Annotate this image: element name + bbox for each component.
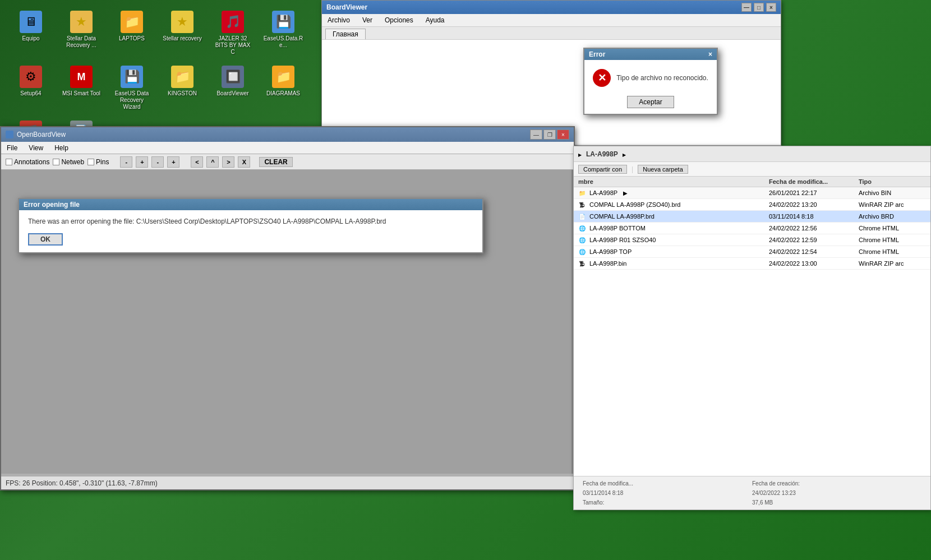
nav-next-btn[interactable]: > [222, 156, 234, 168]
openbv-annotations-checkbox-item[interactable]: Annotations [6, 158, 49, 166]
boardviewer-tab-bar: Главная [322, 27, 781, 40]
file-footer-row3: Tamaño: 37,6 MB [578, 498, 926, 507]
openbv-restore-btn[interactable]: ❐ [543, 129, 556, 140]
footer-size-label: Tamaño: [583, 499, 752, 506]
desktop-icon-easeus[interactable]: 💾 EaseUS.Data.Re... [261, 8, 306, 58]
diagramas-icon: 📁 [272, 66, 294, 88]
file-row-la-a998p-top[interactable]: 🌐 LA-A998P TOP 24/02/2022 12:54 Chrome H… [574, 246, 930, 258]
new-folder-btn[interactable]: Nueva carpeta [638, 165, 688, 174]
openbv-menubar: File View Help [1, 142, 574, 154]
msi-icon: M [70, 66, 93, 88]
footer-size-value: 37,6 MB [752, 499, 921, 506]
openbv-menu-help[interactable]: Help [52, 144, 71, 152]
file-explorer-breadcrumb-arrow [578, 150, 582, 158]
file-row-la-a998p-bottom[interactable]: 🌐 LA-A998P BOTTOM 24/02/2022 12:56 Chrom… [574, 223, 930, 234]
file-explorer-breadcrumb: LA-A998P [586, 150, 618, 158]
desktop-icon-easeus2[interactable]: 💾 EaseUS Data Recovery Wizard [109, 63, 154, 113]
boardviewer-menu-ayuda[interactable]: Ayuda [422, 15, 448, 25]
boardviewer-title: BoardViewer [326, 3, 367, 11]
file-row-la-a998p-bin[interactable]: 🗜 LA-A998P.bin 24/02/2022 13:00 WinRAR Z… [574, 258, 930, 270]
file-name: LA-A998P BOTTOM [589, 225, 646, 232]
easeus-label: EaseUS.Data.Re... [263, 35, 303, 49]
openbv-menu-view[interactable]: View [26, 144, 45, 152]
file-name: LA-A998P.bin [589, 260, 626, 267]
boardviewer-tab-main[interactable]: Главная [325, 29, 366, 39]
zoom-plus-btn[interactable]: + [136, 156, 148, 168]
jazler-icon: 🎵 [222, 11, 244, 33]
file-type: Chrome HTML [859, 248, 926, 255]
easeus2-icon: 💾 [121, 66, 143, 88]
desktop-icon-equipo[interactable]: 🖥 Equipo [8, 8, 53, 58]
desktop-icon-stellar-recovery[interactable]: ★ Stellar recovery [160, 8, 205, 58]
nav-close-btn[interactable]: X [238, 156, 250, 168]
clear-btn[interactable]: CLEAR [259, 157, 292, 167]
openbv-ok-button[interactable]: OK [28, 233, 63, 246]
openbv-close-btn[interactable]: × [557, 129, 569, 140]
boardviewer-minimize-btn[interactable]: — [741, 3, 752, 12]
file-row-la-a998p-folder[interactable]: 📁 LA-A998P ▶ 26/01/2021 22:17 Archivo BI… [574, 187, 930, 199]
laptops-icon: 📁 [121, 11, 143, 33]
file-row-name-folder: 📁 LA-A998P ▶ [578, 189, 769, 197]
stellar-recovery-label: Stellar recovery [163, 35, 201, 42]
easeus2-label: EaseUS Data Recovery Wizard [112, 90, 152, 110]
col-name: mbre [578, 178, 769, 185]
file-date: 26/01/2021 22:17 [769, 189, 859, 196]
desktop-icon-jazler[interactable]: 🎵 JAZLER 32 BITS BY MAX C [210, 8, 255, 58]
file-date: 24/02/2022 12:59 [769, 237, 859, 243]
laptops-label: LAPTOPS [119, 35, 145, 42]
setup-icon: ⚙ [20, 66, 42, 88]
netweb-checkbox[interactable] [53, 159, 59, 165]
file-footer-row2: 03/11/2014 8:18 24/02/2022 13:23 [578, 488, 926, 498]
desktop-icon-kingston[interactable]: 📁 KINGSTON [160, 63, 205, 113]
annotations-checkbox[interactable] [6, 159, 12, 165]
boardviewer-controls: — □ × [741, 3, 776, 12]
boardviewer-menubar: Archivo Ver Opciones Ayuda [322, 14, 781, 27]
boardviewer-error-body: ✕ Tipo de archivo no reconocido. [593, 69, 708, 87]
zoom-minus2-btn[interactable]: - [151, 156, 164, 168]
file-row-la-a998p-r01[interactable]: 🌐 LA-A998P R01 SZSO40 24/02/2022 12:59 C… [574, 234, 930, 246]
boardviewer-menu-ver[interactable]: Ver [359, 15, 376, 25]
folder-icon: 📁 [578, 189, 586, 197]
zoom-minus-btn[interactable]: - [120, 156, 132, 168]
boardviewer-error-close-icon[interactable]: × [708, 50, 712, 58]
desktop-icon-setup64[interactable]: ⚙ Setup64 [8, 63, 53, 113]
boardviewer-menu-opciones[interactable]: Opciones [381, 15, 417, 25]
desktop-icon-stellar-data[interactable]: ★ Stellar Data Recovery ... [59, 8, 104, 58]
nav-prev-btn[interactable]: < [191, 156, 203, 168]
html-icon: 🌐 [578, 224, 586, 232]
openbv-menu-file[interactable]: File [4, 144, 20, 152]
boardviewer-close-btn[interactable]: × [766, 3, 776, 12]
boardviewer-maximize-btn[interactable]: □ [754, 3, 764, 12]
kingston-icon: 📁 [171, 66, 193, 88]
pins-checkbox[interactable] [87, 159, 94, 165]
desktop-icon-diagramas[interactable]: 📁 DIAGRAMAS [261, 63, 306, 113]
boardviewer-label: BoardViewer [216, 90, 248, 97]
share-with-btn[interactable]: Compartir con [578, 165, 627, 174]
file-row-compal-zso40[interactable]: 🗜 COMPAL LA-A998P (ZSO40).brd 24/02/2022… [574, 199, 930, 211]
openbv-minimize-btn[interactable]: — [530, 129, 542, 140]
file-type: Archivo BIN [859, 189, 926, 196]
boardviewer-aceptar-button[interactable]: Aceptar [627, 96, 674, 108]
netweb-label: Netweb [61, 158, 84, 166]
file-type: WinRAR ZIP arc [859, 260, 926, 267]
desktop-icon-msi[interactable]: M MSI Smart Tool [59, 63, 104, 113]
bin-icon: 🗜 [578, 260, 586, 267]
footer-date-label: Fecha de modifica... [583, 480, 752, 487]
openbv-pins-checkbox-item[interactable]: Pins [87, 158, 109, 166]
file-type: Chrome HTML [859, 225, 926, 232]
boardviewer-error-message: Tipo de archivo no reconocido. [616, 74, 708, 82]
openbv-main-content: Error opening file There was an error op… [1, 170, 574, 474]
openbv-title: OpenBoardView [17, 131, 66, 138]
file-explorer-header: LA-A998P [574, 146, 930, 162]
openbv-netweb-checkbox-item[interactable]: Netweb [53, 158, 84, 166]
openbv-canvas[interactable]: Error opening file There was an error op… [1, 170, 571, 474]
nav-up-btn[interactable]: ^ [206, 156, 219, 168]
zoom-plus2-btn[interactable]: + [167, 156, 179, 168]
desktop-icon-laptops[interactable]: 📁 LAPTOPS [109, 8, 154, 58]
desktop: 🖥 Equipo ★ Stellar Data Recovery ... 📁 L… [0, 0, 931, 560]
boardviewer-menu-archivo[interactable]: Archivo [324, 15, 353, 25]
file-row-compal-brd[interactable]: 📄 COMPAL LA-A998P.brd 03/11/2014 8:18 Ar… [574, 211, 930, 223]
file-name: COMPAL LA-A998P.brd [589, 213, 655, 220]
desktop-icon-boardviewer[interactable]: 🔲 BoardViewer [210, 63, 255, 113]
file-type: Chrome HTML [859, 237, 926, 243]
